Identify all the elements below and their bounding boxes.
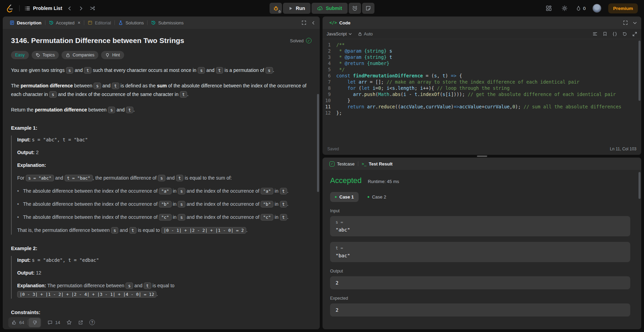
input-field-s[interactable]: s = "abc" <box>330 216 630 236</box>
format-code-icon[interactable] <box>592 31 598 36</box>
code-line[interactable]: 6const findPermutationDifference = (s, t… <box>323 73 638 79</box>
like-button[interactable]: 64 <box>8 318 28 327</box>
line-number: 11 <box>323 104 336 110</box>
expand-code-icon[interactable] <box>623 20 628 25</box>
settings-gear-icon[interactable] <box>560 4 569 13</box>
tab-submissions[interactable]: Submissions <box>148 20 186 25</box>
line-number: 6 <box>323 73 336 79</box>
test-scrollbar[interactable] <box>638 172 641 199</box>
history-icon <box>49 20 54 25</box>
question-icon: ? <box>89 320 95 325</box>
code-line[interactable]: 9 arr.push(Math.abs(i - t.indexOf(s[i]))… <box>323 91 638 97</box>
expected-section-label: Expected <box>330 296 630 301</box>
lightbulb-icon <box>105 53 110 57</box>
chevron-down-icon <box>348 32 352 36</box>
output-value: 2 <box>36 150 39 155</box>
timer-button[interactable] <box>349 3 361 14</box>
auto-toggle[interactable]: Auto <box>358 32 373 36</box>
tab-editorial[interactable]: Editorial <box>85 20 114 25</box>
code-text: * @return {number} <box>336 60 389 66</box>
code-scrollbar[interactable] <box>638 41 641 101</box>
line-number: 4 <box>323 60 336 66</box>
submit-label: Submit <box>326 6 342 11</box>
companies-chip[interactable]: Companies <box>62 51 98 59</box>
leetcode-logo[interactable] <box>6 4 14 12</box>
explanation-sum-line: That is, the permutation difference betw… <box>17 226 312 235</box>
code-line[interactable]: 10 } <box>323 97 638 104</box>
right-column: </> Code JavaScript <box>323 17 641 329</box>
code-line[interactable]: 1/** <box>323 42 638 48</box>
run-label: Run <box>296 6 305 11</box>
user-avatar[interactable] <box>592 4 601 13</box>
premium-button[interactable]: Premium <box>608 3 638 13</box>
code-line[interactable]: 5 */ <box>323 66 638 73</box>
next-problem-icon[interactable] <box>77 4 85 12</box>
tab-description[interactable]: Description <box>7 20 44 25</box>
dislike-button[interactable] <box>29 318 41 327</box>
saved-status: Saved <box>327 147 339 151</box>
topics-chip[interactable]: Topics <box>32 51 59 59</box>
example1-block: Input: s = "abc", t = "bac" Output: 2 Ex… <box>11 136 312 235</box>
description-panel: Description Accepted × Editorial <box>3 17 320 329</box>
close-icon[interactable]: × <box>78 20 80 25</box>
code-line[interactable]: 11 return arr.reduce((accValue,currValue… <box>323 104 638 110</box>
line-number: 10 <box>323 97 336 104</box>
random-problem-icon[interactable] <box>88 4 97 12</box>
problem-paragraph: You are given two strings s and t such t… <box>11 66 312 75</box>
input-field-t[interactable]: t = "bac" <box>330 242 630 262</box>
tab-accepted[interactable]: Accepted × <box>46 20 83 25</box>
share-button[interactable] <box>78 320 83 325</box>
code-line[interactable]: 4 * @return {number} <box>323 60 638 66</box>
expand-panel-icon[interactable] <box>302 20 306 25</box>
reset-code-icon[interactable] <box>622 32 627 36</box>
tab-code[interactable]: </> Code <box>327 20 353 25</box>
tab-testcase-label: Testcase <box>337 161 354 167</box>
solved-badge: Solved ✓ <box>290 38 312 43</box>
test-tabbar: ✓ Testcase >_ Test Result <box>323 158 641 170</box>
code-line[interactable]: 7 let arr = []; // make an array to stor… <box>323 79 638 85</box>
collapse-panel-icon[interactable] <box>311 21 316 25</box>
notes-button[interactable] <box>362 3 374 14</box>
comments-button[interactable]: 14 <box>47 320 60 325</box>
debug-button[interactable] <box>270 3 282 14</box>
submit-button[interactable]: Submit <box>312 3 347 14</box>
collapse-code-icon[interactable] <box>633 21 637 25</box>
problem-description[interactable]: 3146. Permutation Difference between Two… <box>3 29 316 329</box>
favorite-button[interactable] <box>66 320 72 325</box>
case-1-button[interactable]: Case 1 <box>330 192 359 202</box>
problem-list-button[interactable]: Problem List <box>24 6 62 11</box>
layout-icon[interactable] <box>544 4 553 13</box>
tag-icon <box>36 53 40 57</box>
code-line[interactable]: 3 * @param {string} t <box>323 54 638 60</box>
help-button[interactable]: ? <box>89 320 95 325</box>
input-value: s = "abcde", t = "edbac" <box>32 257 99 263</box>
code-line[interactable]: 2 * @param {string} s <box>323 48 638 54</box>
bookmark-icon[interactable] <box>603 32 607 36</box>
code-tabbar: </> Code <box>323 17 641 29</box>
streak-counter[interactable]: 0 <box>576 6 586 11</box>
share-icon <box>78 320 83 325</box>
tab-solutions[interactable]: Solutions <box>116 20 146 25</box>
field-value: "abc" <box>336 227 625 233</box>
explanation-line: For s = "abc" and t = "bac", the permuta… <box>17 174 312 182</box>
fullscreen-editor-icon[interactable] <box>632 32 637 36</box>
description-footer: 64 14 <box>3 315 320 329</box>
braces-icon[interactable] <box>612 32 617 36</box>
hint-chip[interactable]: Hint <box>101 51 124 59</box>
description-scrollbar[interactable] <box>317 94 319 192</box>
language-selector[interactable]: JavaScript <box>327 32 352 36</box>
case-2-button[interactable]: Case 2 <box>363 192 391 202</box>
field-value: "bac" <box>336 253 625 258</box>
code-line[interactable]: 12}; <box>323 110 638 116</box>
code-line[interactable]: 8 for (let i=0; i<s.length; i++){ // loo… <box>323 85 638 91</box>
tab-test-result[interactable]: >_ Test Result <box>359 161 395 167</box>
field-name: s = <box>336 220 625 225</box>
run-button[interactable]: Run <box>283 3 310 14</box>
tab-testcase[interactable]: ✓ Testcase <box>327 161 357 167</box>
panel-resize-handle[interactable] <box>477 156 487 157</box>
code-editor[interactable]: 1/**2 * @param {string} s3 * @param {str… <box>323 40 638 143</box>
prev-problem-icon[interactable] <box>66 4 74 12</box>
difficulty-badge[interactable]: Easy <box>11 51 29 59</box>
input-value: s = "abc", t = "bac" <box>32 137 88 142</box>
code-text: * @param {string} s <box>336 48 392 54</box>
